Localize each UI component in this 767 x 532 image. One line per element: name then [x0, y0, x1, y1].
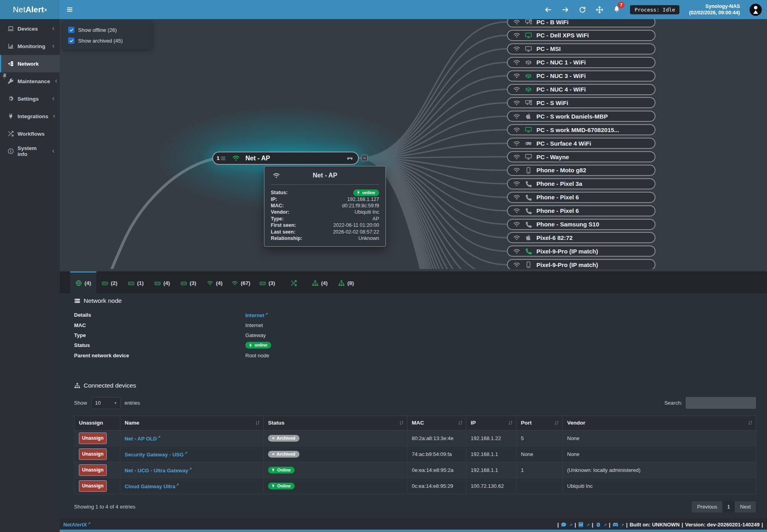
- checkbox-checked-icon[interactable]: [68, 27, 74, 33]
- show-archived-checkbox-row[interactable]: Show archived (45): [68, 37, 147, 44]
- node-collapse-button[interactable]: −: [361, 155, 368, 161]
- topology-device-node[interactable]: Phone - Pixel 6: [507, 205, 655, 216]
- port-count: 1: [217, 155, 219, 161]
- sidebar-item-maintenance[interactable]: Maintenance: [0, 72, 60, 90]
- tab-9-shuffle[interactable]: [280, 271, 307, 293]
- sort-icon: [554, 420, 560, 426]
- column-header-vendor[interactable]: Vendor: [563, 415, 756, 430]
- topology-device-node[interactable]: PC - S WiFi: [507, 97, 655, 108]
- notifications-bell[interactable]: 7: [613, 5, 620, 14]
- monitor-icon: [525, 153, 532, 160]
- sidebar-item-system-info[interactable]: System info: [0, 142, 60, 160]
- sidebar-toggle-button[interactable]: [60, 0, 80, 19]
- refresh-icon[interactable]: [579, 6, 586, 14]
- network-tabs: (4)(2)(1)(4)(3)(4)(67)(3)(4)(8): [60, 271, 767, 293]
- topology-device-node[interactable]: PC - B WiFi: [507, 19, 655, 27]
- sidebar-item-label: Devices: [18, 26, 38, 32]
- sidebar-item-settings[interactable]: Settings: [0, 90, 60, 107]
- forward-arrow-icon[interactable]: [562, 6, 569, 14]
- device-link[interactable]: Cloud Gateway Ultra↗: [125, 483, 179, 489]
- avatar[interactable]: [749, 4, 762, 16]
- tab-10-sitemap[interactable]: (4): [307, 271, 333, 293]
- back-arrow-icon[interactable]: [544, 6, 552, 14]
- brand-logo[interactable]: NetAlertx: [0, 0, 60, 19]
- page-size-select[interactable]: 10 ▾: [91, 397, 121, 409]
- device-link[interactable]: Security Gateway - USG↗: [125, 452, 188, 458]
- sidebar-item-devices[interactable]: Devices: [0, 20, 60, 37]
- topology-device-node[interactable]: PC - Wayne: [507, 151, 655, 162]
- checkbox-checked-icon[interactable]: [68, 37, 74, 44]
- topology-device-node[interactable]: PC - MSI: [507, 43, 655, 55]
- next-page-button[interactable]: Next: [735, 501, 756, 513]
- topology-device-node[interactable]: Phone - Samsung S10: [507, 219, 655, 230]
- external-link-icon: ↗: [176, 483, 179, 487]
- wifi-icon: [513, 207, 520, 214]
- topology-device-node[interactable]: PC - NUC 4 - WiFi: [507, 84, 655, 95]
- column-header-port[interactable]: Port: [517, 415, 563, 430]
- section-title: Network node: [84, 297, 122, 304]
- tab-5-router[interactable]: (3): [175, 271, 202, 293]
- unassign-button[interactable]: Unassign: [79, 448, 107, 460]
- footer-brand-link[interactable]: NetAlertX↗: [63, 521, 91, 528]
- wifi-icon: [513, 45, 520, 53]
- topology-device-node[interactable]: PC - S work Daniels-MBP: [507, 111, 655, 122]
- wifi-icon: [231, 280, 238, 286]
- topology-device-node[interactable]: Phone - Pixel 3a: [507, 178, 655, 189]
- column-header-name[interactable]: Name: [120, 415, 264, 430]
- topology-root-node[interactable]: 1 Net - AP: [212, 152, 359, 165]
- topology-device-node[interactable]: Phone - Moto g82: [507, 165, 655, 176]
- sidebar-item-workflows[interactable]: Workflows: [0, 125, 60, 142]
- tab-3-router[interactable]: (1): [123, 271, 149, 293]
- tab-4-router[interactable]: (4): [149, 271, 175, 293]
- column-header-ip[interactable]: IP: [466, 415, 517, 430]
- column-header-status[interactable]: Status: [264, 415, 407, 430]
- table-cell: 74:ac:b9:54:09:fa: [407, 446, 466, 462]
- sidebar-item-network[interactable]: Network: [0, 55, 60, 72]
- column-header-mac[interactable]: MAC: [407, 415, 466, 430]
- device-node-label: PC - MSI: [536, 45, 561, 52]
- topology-device-node[interactable]: Pixel-9-Pro (IP match): [507, 259, 655, 269]
- move-icon[interactable]: [596, 6, 603, 14]
- desktop-tower-icon: [525, 19, 532, 25]
- device-node-label: PC - NUC 3 - WiFi: [536, 72, 586, 79]
- device-link[interactable]: Net - AP OLD↗: [125, 436, 160, 442]
- monitor-icon: [525, 45, 532, 53]
- tab-1-globe[interactable]: (4): [70, 271, 96, 293]
- topology-device-node[interactable]: PC - NUC 1 - WiFi: [507, 57, 655, 68]
- topology-device-node[interactable]: Pixel-9-Pro (IP match): [507, 246, 655, 257]
- sidebar-item-integrations[interactable]: Integrations: [0, 107, 60, 125]
- topology-device-node[interactable]: Pixel-6 82:72: [507, 232, 655, 243]
- sort-icon: [747, 420, 753, 426]
- external-link-icon: ↗: [184, 451, 188, 455]
- current-page-button[interactable]: 1: [722, 501, 735, 513]
- external-link-icon: ↗: [158, 435, 161, 439]
- topology-device-node[interactable]: PC - S work MMD-67082015...: [507, 124, 655, 135]
- device-link[interactable]: Net - UCG - Ultra Gateway↗: [125, 468, 192, 474]
- archived-status-badge: ×Archived: [268, 451, 299, 458]
- sort-icon: [399, 420, 404, 426]
- phone-icon: [525, 194, 532, 201]
- unassign-button[interactable]: Unassign: [79, 464, 107, 476]
- wifi-icon: [513, 247, 520, 255]
- tab-6-wifi[interactable]: (4): [202, 271, 228, 293]
- previous-page-button[interactable]: Previous: [692, 501, 722, 513]
- tab-11-sitemap[interactable]: (8): [333, 271, 359, 293]
- unassign-button[interactable]: Unassign: [79, 480, 107, 492]
- plug-icon: [271, 468, 275, 472]
- sidebar-item-label: Maintenance: [18, 78, 50, 84]
- tab-8-router[interactable]: (3): [254, 271, 280, 293]
- tab-2-router[interactable]: (2): [96, 271, 123, 293]
- brand-bold: Alert: [25, 5, 44, 14]
- topology-device-node[interactable]: PC - Surface 4 WiFi: [507, 138, 655, 149]
- search-input[interactable]: [686, 397, 756, 409]
- show-offline-checkbox-row[interactable]: Show offline (26): [68, 27, 147, 33]
- unassign-button[interactable]: Unassign: [79, 433, 107, 444]
- tab-count: (67): [241, 280, 250, 286]
- internet-link[interactable]: Internet↗: [245, 312, 268, 318]
- sidebar-item-monitoring[interactable]: Monitoring: [0, 37, 60, 55]
- topology-device-node[interactable]: PC - Dell XPS WiFi: [507, 30, 655, 41]
- topology-device-node[interactable]: PC - NUC 3 - WiFi: [507, 70, 655, 82]
- laptop-icon: [8, 25, 14, 32]
- topology-device-node[interactable]: Phone - Pixel 6: [507, 192, 655, 203]
- tab-7-wifi[interactable]: (67): [228, 271, 254, 293]
